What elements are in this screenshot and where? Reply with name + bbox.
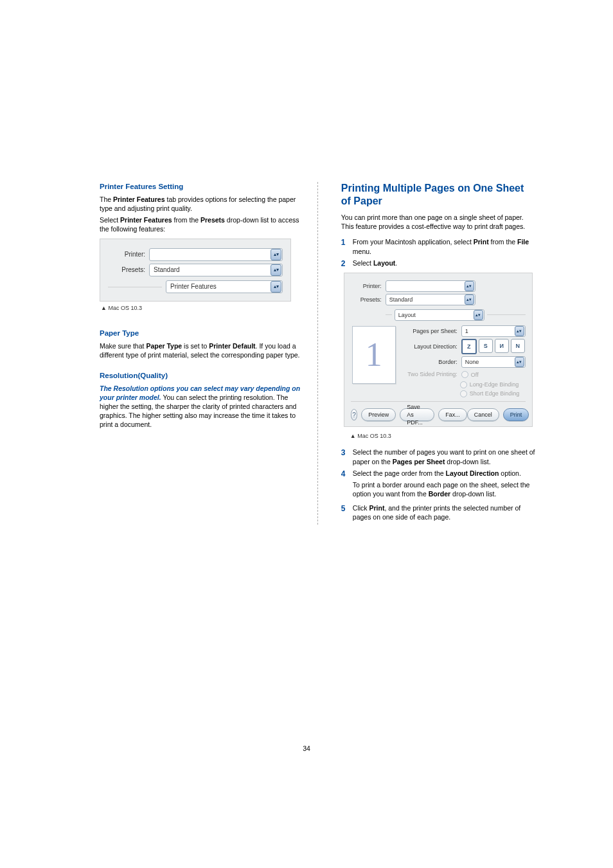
dialog-row-presets: Presets: Standard ▴▾ (108, 264, 283, 276)
step-body: From your Macintosh application, select … (353, 237, 536, 255)
print-dialog-layout: Printer: ▴▾ Presets: Standard ▴▾ (344, 273, 533, 427)
step-body: Select Layout. (353, 258, 536, 269)
presets-value: Standard (154, 266, 180, 275)
two-sided-row: Two Sided Printing: Off (402, 370, 526, 379)
presets-label: Presets: (351, 296, 386, 303)
step-number: 4 (341, 469, 353, 502)
page: Printer Features Setting The Printer Fea… (0, 0, 613, 868)
section-value: Layout (398, 311, 416, 319)
text: from the (489, 238, 517, 246)
text-bold: Printer Features (113, 195, 165, 203)
text-bold: Printer Features (120, 216, 172, 224)
border-row: Border: None ▴▾ (402, 356, 526, 368)
help-button[interactable]: ? (351, 409, 358, 420)
text: option. (499, 469, 520, 477)
step-2: 2 Select Layout. (341, 258, 536, 269)
button-label: Save As PDF... (407, 403, 427, 426)
text: Make sure that (100, 342, 146, 350)
step-number: 2 (341, 258, 353, 269)
steps-list-continued: 3 Select the number of pages you want to… (341, 448, 536, 521)
text-bold: File (517, 238, 529, 246)
text: . (395, 259, 397, 267)
text-bold: Paper Type (146, 342, 182, 350)
help-icon: ? (352, 411, 356, 420)
dialog-button-row: ? Preview Save As PDF... Fax... Cancel P… (351, 408, 526, 421)
direction-z-button[interactable]: Z (461, 339, 477, 354)
button-label: Print (510, 411, 522, 419)
presets-select[interactable]: Standard ▴▾ (149, 264, 283, 276)
text-bold: Print (474, 238, 489, 246)
paragraph-intro: You can print more than one page on a si… (341, 213, 536, 231)
updown-icon: ▴▾ (474, 310, 483, 320)
border-value: None (465, 358, 479, 366)
radio-off: Off (461, 371, 526, 379)
text: is set to (182, 342, 209, 350)
step-body: Select the number of pages you want to p… (353, 448, 536, 466)
step-body: Click Print, and the printer prints the … (353, 503, 536, 521)
heading-paper-type: Paper Type (100, 329, 306, 339)
dialog-row-presets: Presets: Standard ▴▾ (351, 294, 526, 305)
dialog-section-row: Printer Features ▴▾ (108, 280, 283, 293)
step-number: 3 (341, 448, 353, 466)
preview-digit: 1 (366, 332, 382, 377)
paragraph-paper-type: Make sure that Paper Type is set to Prin… (100, 341, 306, 359)
step-5: 5 Click Print, and the printer prints th… (341, 503, 536, 521)
pages-per-sheet-select[interactable]: 1 ▴▾ (461, 325, 526, 337)
paragraph-printer-features: The Printer Features tab provides option… (100, 195, 306, 213)
layout-direction-buttons: Z S И N (461, 339, 525, 354)
text-bold: Pages per Sheet (393, 458, 445, 466)
pages-per-sheet-value: 1 (465, 327, 468, 335)
direction-n1-button[interactable]: И (495, 339, 509, 353)
printer-select[interactable]: ▴▾ (386, 280, 475, 292)
left-column: Printer Features Setting The Printer Fea… (100, 182, 318, 525)
button-label: Fax... (445, 411, 460, 419)
text-bold: Print (369, 504, 384, 512)
updown-icon: ▴▾ (465, 281, 474, 291)
updown-icon: ▴▾ (515, 357, 524, 367)
printer-label: Printer: (108, 250, 149, 259)
separator (108, 287, 162, 287)
radio-long-edge: Long-Edge Binding (460, 381, 526, 388)
preview-button[interactable]: Preview (361, 408, 396, 421)
heading-printer-features-setting: Printer Features Setting (100, 182, 306, 192)
button-label: Preview (368, 411, 389, 419)
dialog-row-section: Layout ▴▾ (351, 309, 526, 321)
section-select[interactable]: Layout ▴▾ (395, 309, 484, 321)
step-4: 4 Select the page order from the Layout … (341, 469, 536, 502)
text: Select (100, 216, 120, 224)
printer-select[interactable]: ▴▾ (149, 248, 283, 261)
cancel-button[interactable]: Cancel (467, 408, 499, 421)
layout-panel: 1 Pages per Sheet: 1 ▴▾ Layout Direction… (351, 323, 526, 397)
caption-macos-right: ▲ Mac OS 10.3 (350, 432, 536, 440)
save-as-pdf-button[interactable]: Save As PDF... (400, 408, 434, 421)
updown-icon: ▴▾ (271, 264, 281, 276)
button-row-left: ? Preview Save As PDF... Fax... (351, 408, 467, 421)
section-select[interactable]: Printer Features ▴▾ (166, 280, 283, 293)
presets-value: Standard (389, 296, 413, 303)
direction-n2-button[interactable]: N (511, 339, 525, 353)
print-dialog-features: Printer: ▴▾ Presets: Standard ▴▾ (100, 239, 291, 302)
heading-multiple-pages: Printing Multiple Pages on One Sheet of … (341, 182, 536, 208)
pages-per-sheet-row: Pages per Sheet: 1 ▴▾ (402, 325, 526, 337)
border-select[interactable]: None ▴▾ (461, 356, 526, 368)
step-3: 3 Select the number of pages you want to… (341, 448, 536, 466)
updown-icon: ▴▾ (271, 281, 281, 293)
text: menu. (353, 248, 371, 255)
pages-per-sheet-label: Pages per Sheet: (402, 327, 461, 335)
radio-label: Long-Edge Binding (470, 381, 519, 388)
step-body: Select the page order from the Layout Di… (353, 469, 536, 502)
direction-s-button[interactable]: S (479, 339, 493, 353)
columns: Printer Features Setting The Printer Fea… (100, 182, 536, 525)
step-number: 5 (341, 503, 353, 521)
section-value: Printer Features (170, 282, 217, 291)
updown-icon: ▴▾ (515, 326, 524, 336)
layout-direction-row: Layout Direction: Z S И N (402, 339, 526, 354)
text-bold: Layout (373, 259, 395, 267)
print-button[interactable]: Print (503, 408, 529, 421)
fax-button[interactable]: Fax... (438, 408, 467, 421)
updown-icon: ▴▾ (271, 249, 281, 260)
steps-list: 1 From your Macintosh application, selec… (341, 237, 536, 269)
presets-select[interactable]: Standard ▴▾ (386, 294, 475, 305)
border-label: Border: (402, 358, 461, 366)
text: From your Macintosh application, select (353, 238, 474, 246)
